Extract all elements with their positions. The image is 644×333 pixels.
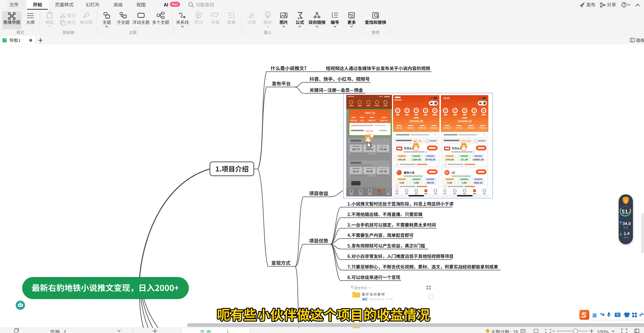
- svg-text:S: S: [581, 311, 587, 319]
